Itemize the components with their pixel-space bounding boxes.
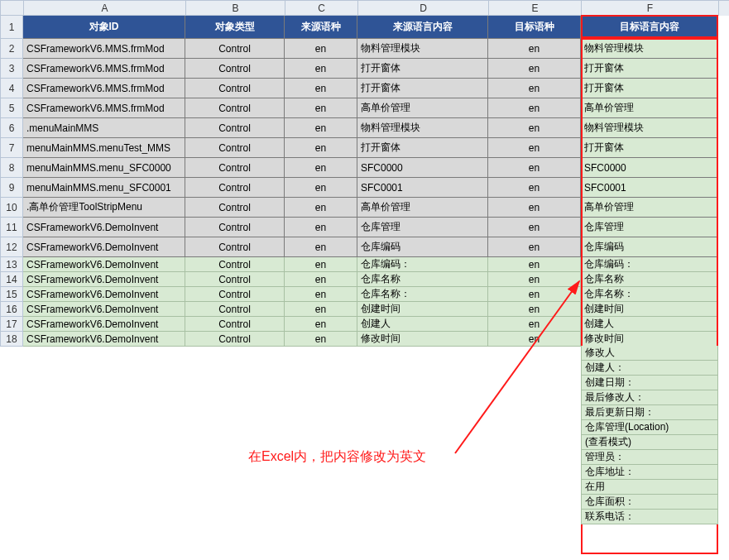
cell-object-id[interactable]: CSFrameworkV6.MMS.frmMod <box>23 39 185 59</box>
cell-target-content[interactable]: 打开窗体 <box>581 138 718 158</box>
row-header[interactable]: 17 <box>0 317 23 332</box>
col-header-c[interactable]: C <box>285 1 358 16</box>
cell-target-lang[interactable]: en <box>488 302 581 317</box>
cell-target-lang[interactable]: en <box>488 118 581 138</box>
cell-object-type[interactable]: Control <box>185 178 285 198</box>
cell-object-id[interactable]: .menuMainMMS <box>23 118 185 138</box>
cell-target-content[interactable]: 最后修改人： <box>581 390 718 405</box>
cell-object-id[interactable]: CSFrameworkV6.MMS.frmMod <box>23 59 185 79</box>
col-header-b[interactable]: B <box>186 1 285 16</box>
cell-target-lang[interactable]: en <box>488 59 581 79</box>
row-header[interactable]: 3 <box>0 59 23 79</box>
field-header-c[interactable]: 来源语种 <box>285 16 357 39</box>
cell-source-lang[interactable]: en <box>285 138 357 158</box>
cell-object-id[interactable]: menuMainMMS.menu_SFC0000 <box>23 158 185 178</box>
cell-target-lang[interactable]: en <box>488 98 581 118</box>
cell-source-lang[interactable]: en <box>285 118 357 138</box>
cell-object-id[interactable]: CSFrameworkV6.DemoInvent <box>23 237 185 257</box>
cell-target-content[interactable]: 修改人 <box>581 346 718 361</box>
cell-object-type[interactable]: Control <box>185 287 285 302</box>
cell-source-lang[interactable]: en <box>285 158 357 178</box>
cell-target-content[interactable]: 仓库编码 <box>581 237 718 257</box>
cell-object-type[interactable]: Control <box>185 198 285 218</box>
cell-object-id[interactable]: CSFrameworkV6.DemoInvent <box>23 317 185 332</box>
cell-source-lang[interactable]: en <box>285 198 357 218</box>
cell-object-id[interactable]: CSFrameworkV6.MMS.frmMod <box>23 98 185 118</box>
cell-source-content[interactable]: 物料管理模块 <box>357 118 488 138</box>
cell-object-id[interactable]: CSFrameworkV6.DemoInvent <box>23 272 185 287</box>
field-header-a[interactable]: 对象ID <box>23 16 185 39</box>
col-header-d[interactable]: D <box>358 1 489 16</box>
row-header[interactable]: 12 <box>0 237 23 257</box>
cell-object-id[interactable]: CSFrameworkV6.MMS.frmMod <box>23 79 185 98</box>
cell-source-content[interactable]: 仓库名称 <box>357 272 488 287</box>
cell-source-content[interactable]: 打开窗体 <box>357 138 488 158</box>
cell-target-content[interactable]: 仓库名称： <box>581 287 718 302</box>
cell-object-type[interactable]: Control <box>185 118 285 138</box>
cell-target-content[interactable]: 仓库管理(Location) <box>581 420 718 435</box>
cell-source-lang[interactable]: en <box>285 79 357 98</box>
row-header[interactable]: 10 <box>0 198 23 218</box>
cell-target-content[interactable]: 在用 <box>581 480 718 495</box>
cell-object-type[interactable]: Control <box>185 237 285 257</box>
cell-target-lang[interactable]: en <box>488 138 581 158</box>
cell-target-lang[interactable]: en <box>488 79 581 98</box>
cell-object-type[interactable]: Control <box>185 138 285 158</box>
cell-target-content[interactable]: 联系电话： <box>581 510 718 524</box>
cell-source-content[interactable]: 创建人 <box>357 317 488 332</box>
cell-target-lang[interactable]: en <box>488 158 581 178</box>
cell-object-type[interactable]: Control <box>185 302 285 317</box>
cell-object-id[interactable]: menuMainMMS.menu_SFC0001 <box>23 178 185 198</box>
cell-source-lang[interactable]: en <box>285 317 357 332</box>
cell-target-content[interactable]: 仓库名称 <box>581 272 718 287</box>
row-header[interactable]: 6 <box>0 118 23 138</box>
cell-source-content[interactable]: 仓库编码 <box>357 237 488 257</box>
cell-target-content[interactable]: 物料管理模块 <box>581 118 718 138</box>
cell-target-content[interactable]: 仓库面积： <box>581 495 718 510</box>
cell-object-type[interactable]: Control <box>185 39 285 59</box>
row-header[interactable]: 2 <box>0 39 23 59</box>
cell-source-lang[interactable]: en <box>285 218 357 237</box>
col-header-e[interactable]: E <box>489 1 582 16</box>
cell-source-content[interactable]: 高单价管理 <box>357 198 488 218</box>
cell-target-lang[interactable]: en <box>488 237 581 257</box>
field-header-e[interactable]: 目标语种 <box>488 16 581 39</box>
row-header[interactable]: 8 <box>0 158 23 178</box>
cell-target-content[interactable]: 打开窗体 <box>581 79 718 98</box>
cell-target-content[interactable]: (查看模式) <box>581 435 718 450</box>
cell-target-lang[interactable]: en <box>488 332 581 347</box>
cell-source-lang[interactable]: en <box>285 178 357 198</box>
cell-target-content[interactable]: 创建日期： <box>581 376 718 390</box>
cell-target-content[interactable]: SFC0001 <box>581 178 718 198</box>
field-header-f[interactable]: 目标语言内容 <box>581 16 718 39</box>
cell-target-lang[interactable]: en <box>488 39 581 59</box>
cell-object-id[interactable]: menuMainMMS.menuTest_MMS <box>23 138 185 158</box>
cell-source-content[interactable]: 打开窗体 <box>357 79 488 98</box>
row-header[interactable]: 11 <box>0 218 23 237</box>
cell-target-content[interactable]: 修改时间 <box>581 332 718 347</box>
spreadsheet[interactable]: A B C D E F 1对象ID对象类型来源语种来源语言内容目标语种目标语言内… <box>0 0 729 347</box>
cell-target-lang[interactable]: en <box>488 287 581 302</box>
field-header-d[interactable]: 来源语言内容 <box>357 16 488 39</box>
cell-source-content[interactable]: 物料管理模块 <box>357 39 488 59</box>
cell-target-lang[interactable]: en <box>488 198 581 218</box>
cell-object-type[interactable]: Control <box>185 317 285 332</box>
field-header-b[interactable]: 对象类型 <box>185 16 285 39</box>
cell-source-lang[interactable]: en <box>285 272 357 287</box>
cell-object-type[interactable]: Control <box>185 257 285 272</box>
cell-source-content[interactable]: SFC0000 <box>357 158 488 178</box>
row-header[interactable]: 18 <box>0 332 23 347</box>
cell-object-type[interactable]: Control <box>185 79 285 98</box>
cell-target-lang[interactable]: en <box>488 178 581 198</box>
row-header[interactable]: 5 <box>0 98 23 118</box>
cell-object-type[interactable]: Control <box>185 272 285 287</box>
cell-target-lang[interactable]: en <box>488 218 581 237</box>
cell-target-content[interactable]: 管理员： <box>581 450 718 465</box>
select-all-corner[interactable] <box>1 1 24 16</box>
cell-source-content[interactable]: SFC0001 <box>357 178 488 198</box>
cell-target-content[interactable]: 创建时间 <box>581 302 718 317</box>
col-header-f[interactable]: F <box>582 1 719 16</box>
cell-target-content[interactable]: 创建人： <box>581 361 718 376</box>
cell-object-type[interactable]: Control <box>185 218 285 237</box>
cell-target-content[interactable]: SFC0000 <box>581 158 718 178</box>
